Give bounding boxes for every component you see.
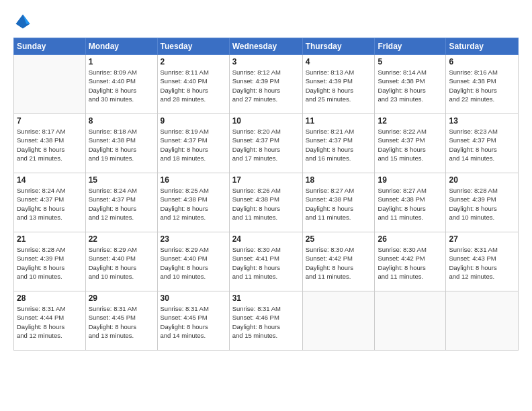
calendar-cell: 14Sunrise: 8:24 AM Sunset: 4:37 PM Dayli… <box>14 173 86 232</box>
calendar-cell: 3Sunrise: 8:12 AM Sunset: 4:39 PM Daylig… <box>229 55 302 114</box>
calendar-cell: 1Sunrise: 8:09 AM Sunset: 4:40 PM Daylig… <box>85 55 157 114</box>
day-info: Sunrise: 8:27 AM Sunset: 4:38 PM Dayligh… <box>306 186 372 222</box>
day-info: Sunrise: 8:29 AM Sunset: 4:40 PM Dayligh… <box>161 245 226 281</box>
day-number: 9 <box>161 116 226 126</box>
calendar-cell: 10Sunrise: 8:20 AM Sunset: 4:37 PM Dayli… <box>229 114 302 173</box>
day-info: Sunrise: 8:31 AM Sunset: 4:45 PM Dayligh… <box>89 304 154 340</box>
calendar-cell: 15Sunrise: 8:24 AM Sunset: 4:37 PM Dayli… <box>85 173 157 232</box>
calendar-week-row: 14Sunrise: 8:24 AM Sunset: 4:37 PM Dayli… <box>14 173 519 232</box>
calendar-cell: 24Sunrise: 8:30 AM Sunset: 4:41 PM Dayli… <box>229 232 302 291</box>
day-number: 25 <box>306 234 372 244</box>
day-info: Sunrise: 8:30 AM Sunset: 4:42 PM Dayligh… <box>306 245 372 281</box>
calendar-cell: 16Sunrise: 8:25 AM Sunset: 4:38 PM Dayli… <box>157 173 229 232</box>
day-number: 17 <box>232 175 300 185</box>
weekday-header: Monday <box>85 38 157 55</box>
day-number: 22 <box>89 234 154 244</box>
calendar-cell: 2Sunrise: 8:11 AM Sunset: 4:40 PM Daylig… <box>157 55 229 114</box>
calendar-cell: 31Sunrise: 8:31 AM Sunset: 4:46 PM Dayli… <box>229 291 302 351</box>
day-number: 16 <box>161 175 226 185</box>
day-info: Sunrise: 8:24 AM Sunset: 4:37 PM Dayligh… <box>17 186 83 222</box>
page: SundayMondayTuesdayWednesdayThursdayFrid… <box>0 0 532 411</box>
logo <box>13 12 35 31</box>
calendar-cell: 8Sunrise: 8:18 AM Sunset: 4:38 PM Daylig… <box>85 114 157 173</box>
weekday-header: Wednesday <box>229 38 302 55</box>
weekday-row: SundayMondayTuesdayWednesdayThursdayFrid… <box>14 38 519 55</box>
calendar-cell: 17Sunrise: 8:26 AM Sunset: 4:38 PM Dayli… <box>229 173 302 232</box>
calendar-cell: 9Sunrise: 8:19 AM Sunset: 4:37 PM Daylig… <box>157 114 229 173</box>
calendar-week-row: 7Sunrise: 8:17 AM Sunset: 4:38 PM Daylig… <box>14 114 519 173</box>
day-info: Sunrise: 8:24 AM Sunset: 4:37 PM Dayligh… <box>89 186 154 222</box>
day-number: 18 <box>306 175 372 185</box>
calendar-cell: 25Sunrise: 8:30 AM Sunset: 4:42 PM Dayli… <box>302 232 375 291</box>
day-info: Sunrise: 8:12 AM Sunset: 4:39 PM Dayligh… <box>232 68 300 103</box>
calendar-cell: 21Sunrise: 8:28 AM Sunset: 4:39 PM Dayli… <box>14 232 86 291</box>
calendar-cell: 13Sunrise: 8:23 AM Sunset: 4:37 PM Dayli… <box>446 114 519 173</box>
day-info: Sunrise: 8:22 AM Sunset: 4:37 PM Dayligh… <box>378 127 443 163</box>
day-info: Sunrise: 8:27 AM Sunset: 4:38 PM Dayligh… <box>378 186 443 222</box>
day-number: 30 <box>161 293 226 303</box>
day-number: 28 <box>17 293 83 303</box>
calendar-cell: 6Sunrise: 8:16 AM Sunset: 4:38 PM Daylig… <box>446 55 519 114</box>
calendar-cell <box>302 291 375 351</box>
weekday-header: Tuesday <box>157 38 229 55</box>
day-number: 13 <box>449 116 515 126</box>
day-number: 2 <box>161 57 226 66</box>
day-number: 31 <box>232 293 300 303</box>
day-number: 3 <box>232 57 300 66</box>
day-number: 7 <box>17 116 83 126</box>
day-number: 8 <box>89 116 154 126</box>
calendar-cell: 22Sunrise: 8:29 AM Sunset: 4:40 PM Dayli… <box>85 232 157 291</box>
day-number: 11 <box>306 116 372 126</box>
day-info: Sunrise: 8:28 AM Sunset: 4:39 PM Dayligh… <box>17 245 83 281</box>
day-number: 5 <box>378 57 443 66</box>
calendar-cell: 5Sunrise: 8:14 AM Sunset: 4:38 PM Daylig… <box>375 55 446 114</box>
calendar-cell: 30Sunrise: 8:31 AM Sunset: 4:45 PM Dayli… <box>157 291 229 351</box>
calendar-cell: 11Sunrise: 8:21 AM Sunset: 4:37 PM Dayli… <box>302 114 375 173</box>
day-info: Sunrise: 8:17 AM Sunset: 4:38 PM Dayligh… <box>17 127 83 163</box>
day-info: Sunrise: 8:14 AM Sunset: 4:38 PM Dayligh… <box>378 68 443 103</box>
calendar-week-row: 28Sunrise: 8:31 AM Sunset: 4:44 PM Dayli… <box>14 291 519 351</box>
day-number: 6 <box>449 57 515 66</box>
day-info: Sunrise: 8:19 AM Sunset: 4:37 PM Dayligh… <box>161 127 226 163</box>
calendar-cell: 23Sunrise: 8:29 AM Sunset: 4:40 PM Dayli… <box>157 232 229 291</box>
day-info: Sunrise: 8:11 AM Sunset: 4:40 PM Dayligh… <box>161 68 226 103</box>
day-info: Sunrise: 8:31 AM Sunset: 4:45 PM Dayligh… <box>161 304 226 340</box>
calendar-cell: 28Sunrise: 8:31 AM Sunset: 4:44 PM Dayli… <box>14 291 86 351</box>
calendar-header: SundayMondayTuesdayWednesdayThursdayFrid… <box>14 38 519 55</box>
weekday-header: Thursday <box>302 38 375 55</box>
day-number: 29 <box>89 293 154 303</box>
day-number: 24 <box>232 234 300 244</box>
day-number: 4 <box>306 57 372 66</box>
day-number: 21 <box>17 234 83 244</box>
logo-icon <box>13 12 32 31</box>
calendar-cell: 18Sunrise: 8:27 AM Sunset: 4:38 PM Dayli… <box>302 173 375 232</box>
day-info: Sunrise: 8:09 AM Sunset: 4:40 PM Dayligh… <box>89 68 154 103</box>
day-info: Sunrise: 8:28 AM Sunset: 4:39 PM Dayligh… <box>449 186 515 222</box>
day-info: Sunrise: 8:31 AM Sunset: 4:43 PM Dayligh… <box>449 245 515 281</box>
weekday-header: Sunday <box>14 38 86 55</box>
header <box>13 12 519 31</box>
calendar-body: 1Sunrise: 8:09 AM Sunset: 4:40 PM Daylig… <box>14 55 519 351</box>
day-info: Sunrise: 8:26 AM Sunset: 4:38 PM Dayligh… <box>232 186 300 222</box>
calendar-cell <box>375 291 446 351</box>
day-info: Sunrise: 8:31 AM Sunset: 4:44 PM Dayligh… <box>17 304 83 340</box>
calendar-cell: 20Sunrise: 8:28 AM Sunset: 4:39 PM Dayli… <box>446 173 519 232</box>
calendar-cell: 19Sunrise: 8:27 AM Sunset: 4:38 PM Dayli… <box>375 173 446 232</box>
day-info: Sunrise: 8:23 AM Sunset: 4:37 PM Dayligh… <box>449 127 515 163</box>
weekday-header: Friday <box>375 38 446 55</box>
day-info: Sunrise: 8:29 AM Sunset: 4:40 PM Dayligh… <box>89 245 154 281</box>
day-info: Sunrise: 8:30 AM Sunset: 4:42 PM Dayligh… <box>378 245 443 281</box>
day-info: Sunrise: 8:25 AM Sunset: 4:38 PM Dayligh… <box>161 186 226 222</box>
day-number: 10 <box>232 116 300 126</box>
day-number: 14 <box>17 175 83 185</box>
day-info: Sunrise: 8:16 AM Sunset: 4:38 PM Dayligh… <box>449 68 515 103</box>
day-number: 1 <box>89 57 154 66</box>
day-info: Sunrise: 8:21 AM Sunset: 4:37 PM Dayligh… <box>306 127 372 163</box>
calendar-week-row: 21Sunrise: 8:28 AM Sunset: 4:39 PM Dayli… <box>14 232 519 291</box>
day-number: 19 <box>378 175 443 185</box>
day-info: Sunrise: 8:30 AM Sunset: 4:41 PM Dayligh… <box>232 245 300 281</box>
day-number: 12 <box>378 116 443 126</box>
weekday-header: Saturday <box>446 38 519 55</box>
day-info: Sunrise: 8:20 AM Sunset: 4:37 PM Dayligh… <box>232 127 300 163</box>
calendar-cell <box>446 291 519 351</box>
